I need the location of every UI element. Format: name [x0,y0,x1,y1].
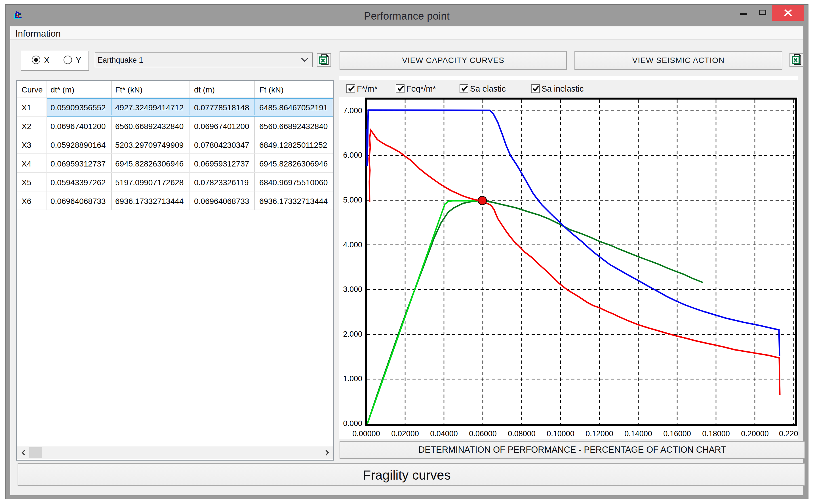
svg-text:0.06000: 0.06000 [469,429,497,438]
svg-text:0.04000: 0.04000 [430,429,458,438]
svg-text:4.000: 4.000 [343,241,362,249]
svg-text:3.000: 3.000 [343,285,362,294]
svg-text:0.2200: 0.2200 [779,429,798,438]
svg-text:7.000: 7.000 [343,106,362,115]
svg-text:0.00000: 0.00000 [352,429,380,438]
svg-text:6.000: 6.000 [343,151,362,159]
svg-text:0.20000: 0.20000 [741,429,769,438]
svg-text:0.16000: 0.16000 [663,429,691,438]
svg-text:0.18000: 0.18000 [702,429,730,438]
svg-text:2.000: 2.000 [343,330,362,338]
svg-text:0.000: 0.000 [343,419,362,428]
svg-text:0.14000: 0.14000 [624,429,652,438]
svg-text:0.02000: 0.02000 [391,429,419,438]
svg-text:1.000: 1.000 [343,374,362,383]
svg-text:0.08000: 0.08000 [508,429,536,438]
svg-text:5.000: 5.000 [343,196,362,204]
svg-text:0.10000: 0.10000 [547,429,574,438]
svg-text:0.12000: 0.12000 [586,429,613,438]
